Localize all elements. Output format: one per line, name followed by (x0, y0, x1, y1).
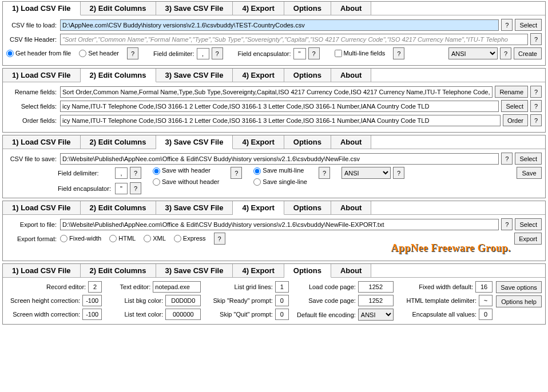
screen-w-input[interactable] (82, 309, 102, 320)
select-fields-button[interactable]: Select (501, 100, 528, 112)
help-save-encoding[interactable]: ? (393, 167, 404, 179)
fmt-express-radio[interactable] (174, 235, 181, 242)
default-enc-select[interactable]: ANSI (358, 309, 394, 321)
tab-options[interactable]: Options (284, 2, 331, 15)
csv-file-to-load-input[interactable] (60, 19, 499, 31)
get-header-radio-label[interactable]: Get header from file (6, 50, 71, 58)
field-delimiter-input[interactable] (197, 48, 209, 59)
help-save-encap[interactable]: ? (130, 182, 141, 194)
list-text-input[interactable] (165, 309, 201, 320)
help-order[interactable]: ? (530, 114, 542, 126)
field-encapsulator-input[interactable] (293, 48, 306, 59)
tab-export[interactable]: 4) Export (233, 201, 284, 215)
tab-save[interactable]: 3) Save CSV File (156, 201, 233, 214)
tab-load[interactable]: 1) Load CSV File (3, 264, 81, 277)
tab-save[interactable]: 3) Save CSV File (156, 264, 233, 277)
list-bkg-input[interactable] (165, 295, 201, 306)
tab-edit[interactable]: 2) Edit Columns (81, 69, 156, 82)
help-export-file[interactable]: ? (501, 218, 513, 230)
multiline-checkbox-label[interactable]: Multi-line fields (335, 50, 386, 58)
list-grid-input[interactable] (275, 281, 289, 293)
fmt-html-radio[interactable] (109, 235, 117, 242)
load-cp-input[interactable] (358, 281, 394, 293)
multiline-checkbox[interactable] (335, 50, 342, 57)
help-multiline[interactable]: ? (393, 47, 404, 59)
tab-load[interactable]: 1) Load CSV File (3, 135, 81, 149)
select-save-file-button[interactable]: Select (515, 153, 542, 165)
set-header-radio-label[interactable]: Set header (79, 50, 119, 58)
tab-edit[interactable]: 2) Edit Columns (81, 264, 156, 277)
tab-options[interactable]: Options (284, 201, 331, 214)
help-load-file[interactable]: ? (501, 19, 513, 31)
select-load-file-button[interactable]: Select (515, 19, 542, 31)
rename-fields-input[interactable] (60, 86, 493, 98)
tab-save[interactable]: 3) Save CSV File (156, 135, 233, 149)
record-editor-input[interactable] (88, 281, 102, 293)
help-save-ml[interactable]: ? (319, 167, 330, 179)
tab-save[interactable]: 3) Save CSV File (156, 2, 233, 15)
fmt-express-label[interactable]: Express (174, 235, 206, 243)
save-with-header-label[interactable]: Save with header (153, 167, 219, 175)
help-header[interactable]: ? (530, 33, 542, 45)
create-button[interactable]: Create (514, 47, 542, 59)
tab-edit[interactable]: 2) Edit Columns (81, 201, 156, 214)
help-select[interactable]: ? (530, 100, 542, 112)
tab-export[interactable]: 4) Export (233, 264, 284, 277)
fmt-fixed-label[interactable]: Fixed-width (60, 235, 101, 243)
save-multiline-radio[interactable] (253, 167, 261, 175)
tab-about[interactable]: About (331, 2, 372, 15)
fmt-xml-label[interactable]: XML (144, 235, 166, 243)
save-without-header-radio[interactable] (153, 178, 160, 186)
tab-options[interactable]: Options (284, 135, 331, 149)
encap-all-input[interactable] (479, 309, 493, 320)
get-header-radio[interactable] (6, 50, 14, 57)
save-delim-input[interactable] (115, 167, 128, 179)
screen-h-input[interactable] (82, 295, 102, 306)
tab-export[interactable]: 4) Export (233, 135, 284, 149)
select-fields-input[interactable] (60, 101, 499, 112)
order-fields-input[interactable] (60, 115, 501, 126)
skip-quit-input[interactable] (275, 309, 289, 320)
save-button[interactable]: Save (517, 167, 542, 179)
tab-save[interactable]: 3) Save CSV File (156, 69, 233, 82)
help-rename[interactable]: ? (530, 86, 542, 98)
help-save-delim[interactable]: ? (130, 167, 141, 179)
tab-export[interactable]: 4) Export (233, 2, 284, 15)
csv-file-to-save-input[interactable] (60, 153, 499, 165)
encoding-select[interactable]: ANSI (448, 47, 498, 59)
set-header-radio[interactable] (79, 50, 86, 57)
fmt-html-label[interactable]: HTML (109, 235, 136, 243)
tab-load[interactable]: 1) Load CSV File (3, 69, 81, 82)
export-button[interactable]: Export (514, 233, 542, 245)
tab-export[interactable]: 4) Export (233, 69, 284, 82)
save-singleline-label[interactable]: Save single-line (253, 178, 307, 186)
skip-ready-input[interactable] (275, 295, 289, 306)
save-encoding-select[interactable]: ANSI (341, 167, 391, 179)
tab-edit[interactable]: 2) Edit Columns (81, 2, 156, 15)
save-multiline-label[interactable]: Save multi-line (253, 167, 307, 175)
save-without-header-label[interactable]: Save without header (153, 178, 219, 186)
fixed-w-input[interactable] (475, 281, 493, 293)
help-encap[interactable]: ? (308, 47, 320, 59)
fmt-fixed-radio[interactable] (60, 235, 67, 242)
tab-load[interactable]: 1) Load CSV File (3, 201, 81, 214)
help-header-mode[interactable]: ? (127, 47, 138, 59)
help-save-header[interactable]: ? (231, 167, 242, 179)
select-export-file-button[interactable]: Select (515, 218, 542, 230)
export-to-file-input[interactable] (60, 219, 499, 230)
tab-about[interactable]: About (331, 69, 372, 82)
save-options-button[interactable]: Save options (496, 281, 542, 293)
save-with-header-radio[interactable] (153, 167, 160, 175)
tab-about[interactable]: About (331, 135, 372, 149)
tab-options[interactable]: Options (284, 264, 331, 278)
save-singleline-radio[interactable] (253, 178, 261, 186)
save-encap-input[interactable] (115, 183, 128, 194)
tab-about[interactable]: About (331, 264, 372, 277)
html-delim-input[interactable] (479, 295, 493, 306)
help-encoding[interactable]: ? (500, 47, 511, 59)
save-cp-input[interactable] (358, 295, 394, 306)
tab-options[interactable]: Options (284, 69, 331, 82)
order-button[interactable]: Order (503, 114, 528, 126)
fmt-xml-radio[interactable] (144, 235, 151, 242)
help-export-format[interactable]: ? (214, 233, 225, 245)
